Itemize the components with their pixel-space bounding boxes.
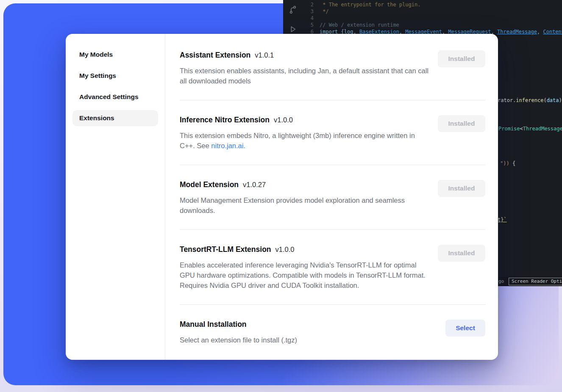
status-language-label: go xyxy=(498,279,504,284)
code-fragment: Promise<ThreadMessage> xyxy=(498,126,562,132)
extension-version: v1.0.0 xyxy=(274,114,293,125)
code-text: < xyxy=(520,126,523,132)
manual-installation-title: Manual Installation xyxy=(180,319,247,330)
installed-button[interactable]: Installed xyxy=(438,180,485,197)
code-line: 5 // Web / extension runtime xyxy=(303,22,562,28)
extension-description: This extension embeds Nitro, a lightweig… xyxy=(180,130,430,151)
code-text: Promise xyxy=(498,126,520,132)
code-text: , xyxy=(537,28,543,35)
extension-description: This extension enables assistants, inclu… xyxy=(180,66,430,86)
extension-description: Model Management Extension provides mode… xyxy=(180,195,430,215)
run-debug-icon[interactable] xyxy=(288,25,298,34)
code-text: ThreadMessage xyxy=(523,126,562,132)
extension-name: Inference Nitro Extension xyxy=(180,114,270,125)
extension-description: Enables accelerated inference leveraging… xyxy=(180,260,430,290)
code-text: // Web / extension runtime xyxy=(320,22,399,28)
code-text: * The entrypoint for the plugin. xyxy=(320,1,420,8)
extension-version: v1.0.27 xyxy=(243,179,266,190)
manual-installation-description: Select an extension file to install (.tg… xyxy=(180,335,297,345)
extension-name: Model Extension xyxy=(180,179,239,190)
code-text: ( xyxy=(543,97,546,103)
screen-reader-optimize-button[interactable]: Screen Reader Optimize xyxy=(509,278,562,285)
source-control-icon[interactable] xyxy=(288,5,298,14)
code-line: 3 */ xyxy=(303,8,562,15)
code-line: 4 xyxy=(303,15,562,22)
code-text: ")) xyxy=(500,160,509,166)
code-text: data xyxy=(547,97,559,103)
line-number: 4 xyxy=(303,15,314,22)
code-line: 2 * The entrypoint for the plugin. xyxy=(303,1,562,8)
sidebar-item-my-models[interactable]: My Models xyxy=(72,47,158,63)
settings-sidebar: My Models My Settings Advanced Settings … xyxy=(66,34,165,360)
line-number: 5 xyxy=(303,22,314,28)
code-text: */ xyxy=(320,8,329,15)
extension-row-tensorrt: TensortRT-LLM Extension v1.0.0 Enables a… xyxy=(180,230,485,305)
code-fragment: rator.inference(data)); xyxy=(498,97,562,103)
line-number: 3 xyxy=(303,8,314,15)
extensions-panel: Assistant Extension v1.0.1 This extensio… xyxy=(165,34,498,360)
installed-button[interactable]: Installed xyxy=(438,115,485,132)
sidebar-item-my-settings[interactable]: My Settings xyxy=(72,68,158,84)
extension-name: TensortRT-LLM Extension xyxy=(180,244,271,255)
code-text: ThreadMessage xyxy=(497,28,537,35)
line-number: 2 xyxy=(303,1,314,8)
extension-version: v1.0.1 xyxy=(255,50,274,61)
page: 2 * The entrypoint for the plugin. 3 */ … xyxy=(0,0,562,392)
manual-installation-row: Manual Installation Select an extension … xyxy=(180,305,485,359)
extension-row-nitro: Inference Nitro Extension v1.0.0 This ex… xyxy=(180,100,485,165)
code-fragment: t}` xyxy=(498,217,507,223)
code-text: { xyxy=(509,160,515,166)
code-area: 2 * The entrypoint for the plugin. 3 */ … xyxy=(303,1,562,35)
code-text: ContentType xyxy=(543,28,562,35)
code-text: rator. xyxy=(498,97,516,103)
select-file-button[interactable]: Select xyxy=(445,320,485,337)
extension-name: Assistant Extension xyxy=(180,50,250,61)
code-text: )); xyxy=(559,97,562,103)
installed-button[interactable]: Installed xyxy=(438,245,485,262)
extension-row-model: Model Extension v1.0.27 Model Management… xyxy=(180,165,485,230)
settings-modal: My Models My Settings Advanced Settings … xyxy=(66,34,498,360)
nitro-jan-ai-link[interactable]: nitro.jan.ai. xyxy=(211,142,245,149)
extension-version: v1.0.0 xyxy=(275,244,295,255)
code-text: inference xyxy=(516,97,543,103)
sidebar-item-extensions[interactable]: Extensions xyxy=(72,110,158,126)
sidebar-item-advanced-settings[interactable]: Advanced Settings xyxy=(72,89,158,105)
installed-button[interactable]: Installed xyxy=(438,50,485,67)
extension-row-assistant: Assistant Extension v1.0.1 This extensio… xyxy=(180,36,485,100)
code-fragment: ")) { xyxy=(500,160,515,166)
